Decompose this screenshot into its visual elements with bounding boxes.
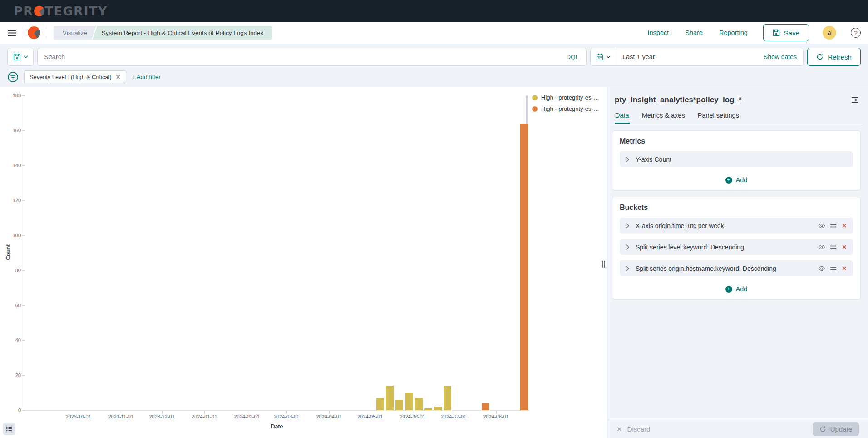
delete-bucket-icon[interactable]: ✕ [841, 244, 847, 250]
remove-filter-icon[interactable]: ✕ [116, 74, 121, 80]
delete-bucket-icon[interactable]: ✕ [841, 222, 847, 229]
y-axis-tick-label: 140 [4, 163, 21, 168]
header-bar: Visualize System Report - High & Critica… [0, 22, 868, 44]
discard-button[interactable]: ✕ Discard [616, 425, 650, 433]
chart-bar[interactable] [482, 403, 489, 410]
bucket-row-split-series-level[interactable]: Split series level.keyword: Descending ✕ [620, 239, 853, 255]
y-axis-tick-mark [22, 305, 25, 306]
x-axis-tick-mark [413, 411, 413, 413]
filter-pill-severity-level[interactable]: Severity Level : (High & Critical) ✕ [24, 70, 126, 83]
protegrity-brand-logo: PRTEGRITY [14, 4, 108, 18]
add-bucket-button[interactable]: + Add [725, 285, 748, 293]
chevron-down-icon [606, 55, 611, 58]
time-range-value[interactable]: Last 1 year [616, 53, 764, 60]
menu-button[interactable] [7, 30, 16, 36]
y-axis-tick-label: 60 [4, 303, 21, 308]
add-filter-button[interactable]: + Add filter [132, 74, 161, 80]
refresh-icon [819, 426, 826, 433]
y-axis-tick-mark [22, 165, 25, 166]
breadcrumb-visualize[interactable]: Visualize [54, 26, 96, 40]
help-icon[interactable]: ? [851, 28, 861, 38]
bucket-row-split-series-hostname[interactable]: Split series origin.hostname.keyword: De… [620, 260, 853, 276]
chart-bar[interactable] [444, 386, 451, 410]
y-axis-tick-mark [22, 235, 25, 236]
tab-data[interactable]: Data [615, 112, 630, 124]
app-logo-icon [28, 26, 40, 39]
legend-toggle-button[interactable] [3, 423, 15, 435]
chart-bar[interactable] [434, 407, 442, 410]
legend-item[interactable]: High - protegrity-es-… [532, 92, 599, 103]
x-axis-tick-label: 2024-03-01 [274, 414, 299, 419]
collapse-panel-icon[interactable] [851, 96, 859, 104]
date-picker: Last 1 year Show dates [590, 48, 804, 66]
x-axis-tick-mark [162, 411, 163, 413]
y-axis-tick-mark [22, 95, 25, 96]
y-axis-tick-mark [22, 340, 25, 341]
chart-bar[interactable] [424, 408, 432, 410]
drag-handle-icon[interactable] [830, 224, 836, 228]
breadcrumb-current-page: System Report - High & Critical Events o… [93, 26, 272, 40]
tab-panel-settings[interactable]: Panel settings [697, 112, 740, 124]
chart-bar[interactable] [520, 124, 528, 410]
panel-resize-handle[interactable] [602, 261, 605, 268]
search-input[interactable] [44, 53, 559, 60]
y-axis-tick-label: 180 [4, 93, 21, 98]
header-divider [22, 27, 22, 39]
update-button[interactable]: Update [813, 422, 859, 436]
chart-bar[interactable] [405, 393, 413, 410]
toggle-visibility-eye-icon[interactable] [818, 222, 825, 229]
buckets-heading: Buckets [620, 204, 853, 212]
delete-bucket-icon[interactable]: ✕ [841, 265, 847, 272]
reporting-button[interactable]: Reporting [719, 29, 748, 36]
y-axis-tick-label: 20 [4, 373, 21, 378]
chart-bar[interactable] [415, 398, 423, 410]
y-axis-tick-mark [22, 270, 25, 271]
query-language-button[interactable]: DQL [559, 48, 586, 65]
metrics-heading: Metrics [620, 137, 853, 145]
x-axis-tick-mark [370, 411, 370, 413]
add-metric-button[interactable]: + Add [725, 176, 748, 184]
share-button[interactable]: Share [685, 29, 703, 36]
visualization-settings-panel: pty_insight_analytics*policy_log_* Data … [607, 87, 868, 438]
home-logo-button[interactable] [28, 26, 40, 39]
chart-area: Count Date High - protegrity-es-… High -… [0, 87, 607, 438]
y-axis-line [25, 95, 25, 410]
drag-handle-icon[interactable] [830, 245, 836, 249]
x-axis-tick-label: 2024-05-01 [357, 414, 383, 419]
calendar-icon [596, 53, 604, 61]
chevron-right-icon [626, 156, 630, 163]
avatar[interactable]: a [823, 26, 836, 40]
save-button[interactable]: Save [763, 24, 809, 41]
refresh-button[interactable]: Refresh [807, 48, 861, 66]
brand-text-post: TEGRITY [45, 4, 108, 18]
chart-bar[interactable] [376, 398, 384, 410]
drag-handle-icon[interactable] [830, 267, 836, 270]
y-axis-tick-label: 160 [4, 128, 21, 133]
metric-row-y-axis-count[interactable]: Y-axis Count [620, 151, 853, 167]
y-axis-tick-label: 120 [4, 198, 21, 203]
legend-item[interactable]: High - protegrity-es-… [532, 103, 599, 114]
chart-bar[interactable] [395, 400, 403, 410]
breadcrumb: Visualize System Report - High & Critica… [54, 26, 272, 40]
chevron-right-icon [626, 223, 630, 229]
tab-metrics-axes[interactable]: Metrics & axes [641, 112, 686, 124]
y-axis-tick-label: 100 [4, 233, 21, 238]
x-axis-title: Date [25, 423, 529, 430]
saved-query-menu-button[interactable] [7, 48, 34, 66]
query-bar: DQL Last 1 year Show dates Refresh [0, 44, 868, 87]
y-axis-tick-mark [22, 130, 25, 131]
y-axis-tick-label: 80 [4, 268, 21, 273]
legend-color-dot [532, 106, 538, 112]
refresh-icon [816, 53, 824, 60]
calendar-menu-button[interactable] [591, 48, 616, 65]
top-app-bar: PRTEGRITY [0, 0, 868, 22]
y-axis-tick-label: 0 [4, 408, 21, 413]
toggle-visibility-eye-icon[interactable] [818, 265, 825, 272]
chart-bar[interactable] [386, 386, 394, 410]
filter-options-button[interactable] [7, 71, 19, 83]
search-box: DQL [37, 48, 587, 66]
toggle-visibility-eye-icon[interactable] [818, 244, 825, 251]
bucket-row-x-axis[interactable]: X-axis origin.time_utc per week ✕ [620, 218, 853, 234]
inspect-button[interactable]: Inspect [647, 29, 669, 36]
show-dates-button[interactable]: Show dates [764, 53, 803, 60]
